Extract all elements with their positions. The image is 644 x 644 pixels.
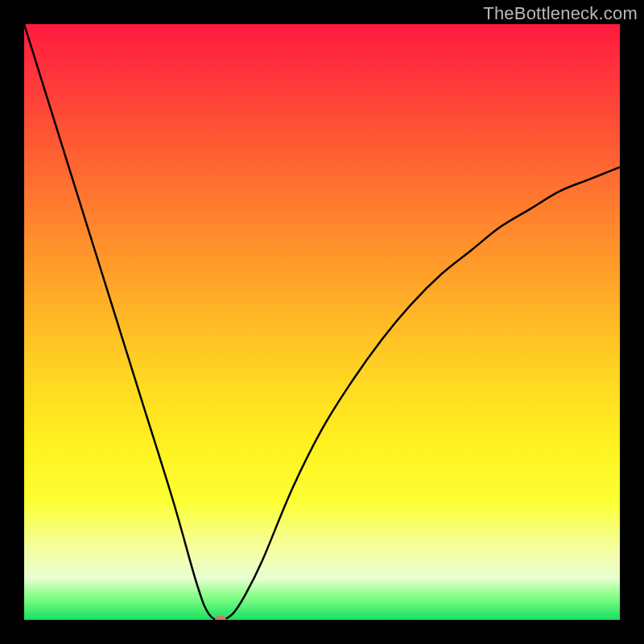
chart-frame: TheBottleneck.com <box>0 0 644 644</box>
plot-area <box>24 24 620 620</box>
bottleneck-curve <box>24 24 620 620</box>
optimal-point-marker <box>215 616 226 620</box>
watermark-text: TheBottleneck.com <box>483 3 638 24</box>
